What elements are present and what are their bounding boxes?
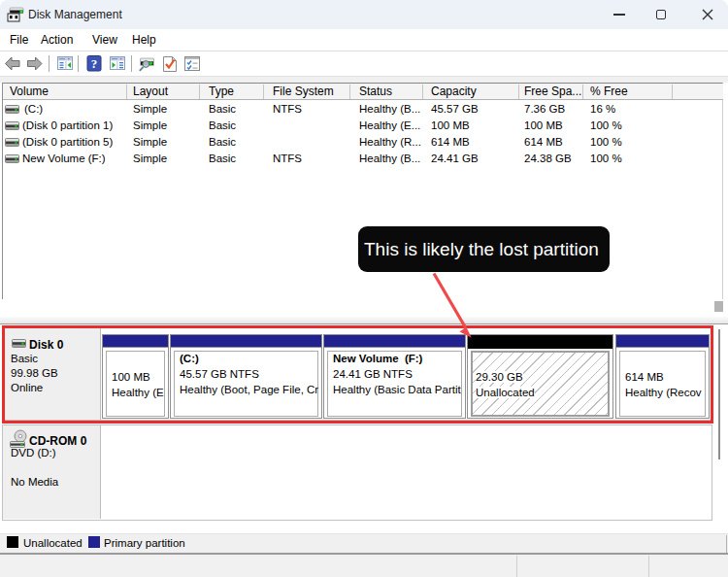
svg-text:?: ? [91,56,98,71]
